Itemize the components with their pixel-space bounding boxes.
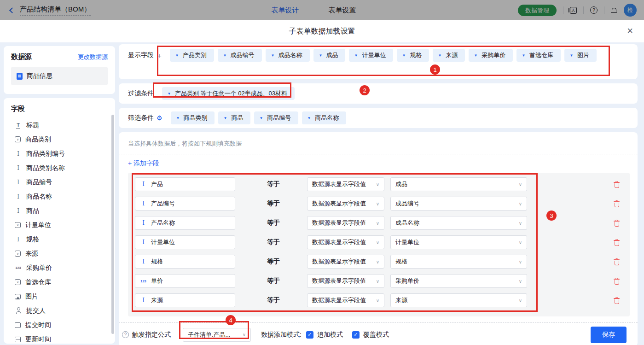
field-item[interactable]: 商品类别名称 — [11, 161, 111, 175]
close-icon[interactable]: × — [627, 26, 633, 36]
display-field-tag[interactable]: ▼成品名称 — [266, 49, 310, 62]
gear-icon[interactable]: ⚙ — [157, 114, 162, 122]
rule-source-select[interactable]: 数据源表显示字段值 ∨ — [307, 255, 384, 269]
tag-label: 图片 — [577, 51, 589, 59]
rule-value-select[interactable]: 来源 ∨ — [390, 293, 527, 307]
rule-value-select[interactable]: 成品 ∨ — [390, 177, 527, 191]
modal-title: 子表单数据加载设置 — [289, 27, 355, 36]
rule-source-select[interactable]: 数据源表显示字段值 ∨ — [307, 197, 384, 211]
rule-operator: 等于 — [267, 296, 280, 304]
formula-select[interactable]: 子件清单.产品... ∨ — [183, 328, 251, 342]
field-item[interactable]: 计量单位 — [11, 218, 111, 232]
rule-source-select[interactable]: 数据源表显示字段值 ∨ — [307, 274, 384, 288]
add-field-link[interactable]: + 添加字段 — [128, 159, 159, 168]
screen-field-tag[interactable]: ▼商品类别 — [171, 111, 215, 124]
screen-field-tag[interactable]: ▼商品 — [218, 111, 250, 124]
rule-source-select[interactable]: 数据源表显示字段值 ∨ — [307, 216, 384, 230]
chevron-down-icon: ∨ — [519, 259, 522, 264]
display-field-tag[interactable]: ▼图片 — [564, 49, 597, 62]
rule-value-select[interactable]: 成品名称 ∨ — [390, 216, 527, 230]
delete-icon[interactable] — [614, 220, 620, 227]
rule-source-select[interactable]: 数据源表显示字段值 ∨ — [307, 177, 384, 191]
rule-field-input[interactable]: 单价 — [135, 274, 235, 288]
text-field-icon — [15, 164, 22, 171]
rule-field-input[interactable]: 规格 — [135, 255, 235, 269]
field-item[interactable]: 商品类别 — [11, 132, 111, 146]
field-item[interactable]: 图片 — [11, 289, 111, 304]
checkbox-checked-icon: ✓ — [306, 331, 313, 339]
rules-footer: ? 触发指定公式 子件清单.产品... ∨ 数据添加模式: ✓ 追加模式 ✓ — [119, 322, 638, 345]
field-item-label: 采购单价 — [26, 264, 52, 272]
fields-card: 字段 标题 商品类别 商品类别编号 商品类别名称 — [4, 98, 115, 344]
save-button[interactable]: 保存 — [591, 327, 627, 343]
field-item[interactable]: 提交人 — [11, 304, 111, 318]
add-display-field-button[interactable]: + — [157, 52, 162, 59]
rule-field-input[interactable]: 产品 — [135, 177, 235, 191]
text-field-icon — [140, 297, 147, 304]
field-item[interactable]: 商品 — [11, 204, 111, 218]
fields-title: 字段 — [11, 105, 111, 113]
delete-icon[interactable] — [614, 278, 620, 285]
field-item[interactable]: 商品名称 — [11, 189, 111, 204]
overwrite-mode-checkbox[interactable]: ✓ 覆盖模式 — [352, 331, 389, 339]
rule-field-input[interactable]: 来源 — [135, 293, 235, 307]
delete-icon[interactable] — [614, 297, 620, 304]
display-field-tag[interactable]: ▼规格 — [397, 49, 429, 62]
field-item[interactable]: 采购单价 — [11, 261, 111, 275]
rule-field-input[interactable]: 计量单位 — [135, 235, 235, 249]
delete-icon[interactable] — [614, 200, 620, 207]
field-item[interactable]: 更新时间 — [11, 332, 111, 344]
display-field-tag[interactable]: ▼成品 — [313, 49, 346, 62]
display-field-tag[interactable]: ▼来源 — [433, 49, 465, 62]
delete-icon[interactable] — [614, 258, 620, 265]
calendar-field-icon — [15, 322, 21, 328]
screen-label-wrap: 筛选条件 ⚙ — [123, 111, 162, 122]
chevron-down-icon: ∨ — [519, 221, 522, 226]
rule-value: 成品名称 — [395, 219, 419, 227]
filter-label: 过滤条件 — [128, 89, 154, 98]
display-field-tag[interactable]: ▼产品类别 — [170, 49, 214, 62]
append-mode-checkbox[interactable]: ✓ 追加模式 — [306, 331, 343, 339]
screen-field-tag[interactable]: ▼商品名称 — [302, 111, 346, 124]
rule-value-select[interactable]: 规格 ∨ — [390, 255, 527, 269]
select-field-icon — [15, 279, 21, 285]
field-item[interactable]: 来源 — [11, 246, 111, 261]
field-item[interactable]: 商品编号 — [11, 175, 111, 189]
rule-value-select[interactable]: 成品编号 ∨ — [390, 197, 527, 211]
scrollbar-thumb[interactable] — [111, 115, 114, 334]
display-fields-label-wrap: 显示字段 + — [123, 49, 162, 59]
rule-field-input[interactable]: 产品编号 — [135, 197, 235, 211]
field-item-label: 商品类别 — [25, 135, 51, 144]
change-datasource-link[interactable]: 更改数据源 — [78, 53, 108, 61]
delete-icon[interactable] — [614, 181, 620, 188]
rule-field-label: 产品 — [151, 180, 163, 188]
delete-icon[interactable] — [614, 239, 620, 246]
field-item[interactable]: 规格 — [11, 232, 111, 246]
datasource-card: 数据源 更改数据源 商品信息 — [4, 46, 115, 94]
rule-source-value: 数据源表显示字段值 — [312, 238, 366, 246]
display-field-tag[interactable]: ▼计量单位 — [349, 49, 393, 62]
rule-value-select[interactable]: 采购单价 ∨ — [390, 274, 527, 288]
chevron-down-icon: ∨ — [519, 201, 522, 206]
display-field-tag[interactable]: ▼首选仓库 — [516, 49, 561, 62]
field-item[interactable]: 提交时间 — [11, 318, 111, 332]
field-item[interactable]: 标题 — [11, 118, 111, 132]
display-field-tag[interactable]: ▼采购单价 — [469, 49, 513, 62]
rule-source-value: 数据源表显示字段值 — [312, 219, 366, 227]
help-icon[interactable]: ? — [122, 331, 129, 338]
caret-down-icon: ▼ — [319, 53, 322, 58]
filter-condition-tag[interactable]: ▼产品类别 等于任意一个 02半成品、03材料 — [162, 87, 295, 100]
display-field-tag[interactable]: ▼成品编号 — [218, 49, 262, 62]
field-item[interactable]: 首选仓库 — [11, 275, 111, 289]
rule-source-select[interactable]: 数据源表显示字段值 ∨ — [307, 293, 384, 307]
rules-panel: 产品 等于 数据源表显示字段值 ∨ 成品 ∨ — [128, 173, 630, 316]
screen-field-tag[interactable]: ▼商品编号 — [254, 111, 298, 124]
screen-card: 筛选条件 ⚙ ▼商品类别 ▼商品 ▼商品编号 ▼商品名称 — [119, 108, 638, 128]
rule-value-select[interactable]: 计量单位 ∨ — [390, 235, 527, 249]
rule-source-value: 数据源表显示字段值 — [312, 199, 366, 208]
datasource-item[interactable]: 商品信息 — [11, 67, 108, 85]
rule-source-select[interactable]: 数据源表显示字段值 ∨ — [307, 235, 384, 249]
rule-operator: 等于 — [267, 238, 280, 246]
rule-field-input[interactable]: 产品名称 — [135, 216, 235, 230]
field-item[interactable]: 商品类别编号 — [11, 146, 111, 161]
